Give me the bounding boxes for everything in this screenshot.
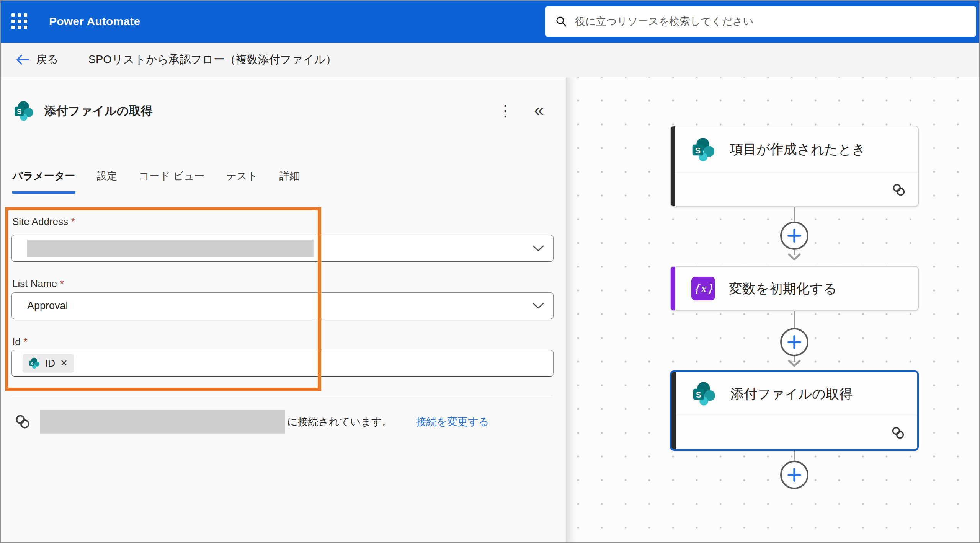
link-icon (14, 413, 31, 430)
back-label: 戻る (36, 52, 59, 67)
tab-test[interactable]: テスト (226, 169, 258, 194)
list-name-input[interactable]: Approval (11, 292, 554, 319)
required-asterisk: * (71, 216, 75, 227)
top-app-bar: Power Automate (0, 0, 980, 43)
search-input[interactable] (575, 16, 966, 28)
sharepoint-icon: S (14, 101, 34, 121)
more-menu-icon[interactable]: ⋮ (498, 100, 513, 121)
flow-canvas[interactable]: S 項目が作成されたとき (566, 77, 980, 543)
flow-node-trigger[interactable]: S 項目が作成されたとき (670, 126, 919, 207)
power-automate-window: Power Automate 戻る SPOリストから承認フロー（複数添付ファイル… (0, 0, 980, 543)
connector (780, 311, 808, 367)
node-accent (671, 126, 675, 206)
panel-tabs: パラメーター 設定 コード ビュー テスト 詳細 (12, 169, 300, 194)
chevron-down-icon[interactable] (532, 303, 544, 309)
node-title: 変数を初期化する (729, 280, 837, 298)
panel-header: S 添付ファイルの取得 ⋮ « (14, 99, 558, 122)
svg-text:S: S (17, 108, 21, 116)
variable-icon: {x} (691, 277, 715, 300)
tab-code-view[interactable]: コード ビュー (139, 169, 205, 194)
connector (780, 207, 808, 261)
svg-text:S: S (695, 146, 701, 155)
tab-about[interactable]: 詳細 (279, 169, 300, 194)
search-box[interactable] (545, 6, 976, 37)
action-details-panel: S 添付ファイルの取得 ⋮ « パラメーター 設定 コード ビュー テスト 詳細… (0, 77, 566, 543)
flow-title: SPOリストから承認フロー（複数添付ファイル） (88, 52, 337, 67)
site-address-label: Site Address* (12, 216, 75, 228)
redacted-connection-name (40, 410, 285, 434)
svg-text:S: S (31, 362, 33, 366)
redacted-value (27, 240, 314, 257)
edge-line (794, 207, 795, 222)
tab-settings[interactable]: 設定 (97, 169, 118, 194)
list-name-label: List Name* (12, 278, 64, 290)
token-label: ID (45, 357, 55, 369)
arrow-down-icon (787, 360, 801, 367)
dynamic-content-token[interactable]: S ID ✕ (23, 354, 74, 373)
app-title: Power Automate (49, 15, 140, 28)
sharepoint-icon: S (692, 382, 717, 406)
connection-info: に接続されています。 接続を変更する (14, 409, 489, 434)
site-address-input[interactable] (11, 235, 554, 262)
flow-node-get-attachments[interactable]: S 添付ファイルの取得 (670, 370, 919, 451)
id-label: Id* (12, 336, 27, 348)
connection-status-text: に接続されています。 (287, 415, 392, 429)
edge-line (794, 311, 795, 328)
back-button[interactable]: 戻る (15, 52, 59, 67)
search-icon (555, 15, 567, 28)
chevron-down-icon[interactable] (532, 245, 544, 252)
node-title: 添付ファイルの取得 (730, 385, 853, 403)
arrow-left-icon (15, 54, 30, 66)
flow-node-initialize-variable[interactable]: {x} 変数を初期化する (670, 266, 919, 311)
insert-step-button[interactable] (780, 222, 808, 250)
sharepoint-icon: S (691, 137, 716, 162)
panel-title: 添付ファイルの取得 (44, 103, 153, 119)
id-input[interactable]: S ID ✕ (11, 350, 554, 377)
svg-text:S: S (696, 390, 701, 400)
required-asterisk: * (24, 336, 28, 347)
required-asterisk: * (60, 278, 64, 289)
close-icon[interactable]: ✕ (60, 359, 68, 368)
node-accent (671, 372, 676, 449)
tab-parameters[interactable]: パラメーター (12, 169, 75, 194)
collapse-panel-icon[interactable]: « (528, 99, 550, 120)
waffle-menu-icon[interactable] (11, 13, 28, 29)
list-name-value: Approval (27, 300, 68, 312)
connection-link-icon[interactable] (891, 182, 906, 197)
section-divider (11, 395, 553, 395)
change-connection-link[interactable]: 接続を変更する (416, 415, 489, 429)
connector (780, 451, 808, 489)
sharepoint-icon: S (29, 357, 40, 369)
node-accent (671, 267, 675, 310)
connection-link-icon[interactable] (890, 425, 906, 440)
breadcrumb: 戻る SPOリストから承認フロー（複数添付ファイル） (0, 43, 980, 77)
node-title: 項目が作成されたとき (730, 140, 866, 158)
insert-step-button[interactable] (780, 328, 808, 356)
insert-step-button[interactable] (780, 461, 808, 489)
edge-line (794, 451, 795, 461)
arrow-down-icon (787, 253, 801, 261)
